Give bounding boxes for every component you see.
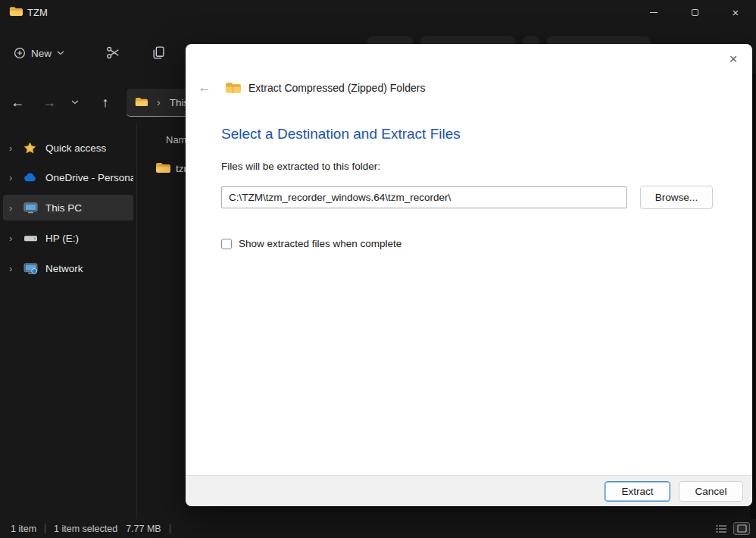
folder-icon — [9, 6, 23, 17]
sidebar-item-label: Quick access — [45, 142, 106, 154]
copy-button[interactable] — [152, 45, 166, 60]
dialog-footer: Extract Cancel — [186, 475, 752, 506]
arrow-up-icon: ↑ — [102, 95, 109, 111]
dialog-title: Extract Compressed (Zipped) Folders — [248, 82, 425, 94]
maximize-icon — [692, 9, 698, 16]
expander-chevron-icon[interactable]: › — [9, 172, 18, 183]
details-view-button[interactable] — [713, 522, 729, 535]
zipped-folder-icon — [225, 82, 241, 95]
star-icon — [23, 142, 38, 155]
large-icons-view-button[interactable] — [733, 522, 750, 535]
expander-chevron-icon[interactable]: › — [9, 202, 18, 214]
destination-path-input[interactable] — [221, 186, 627, 208]
minimize-icon — [650, 12, 658, 13]
forward-button[interactable]: → — [38, 91, 61, 114]
browse-button[interactable]: Browse... — [640, 186, 713, 209]
expander-chevron-icon[interactable]: › — [9, 142, 18, 154]
sidebar-item-this-pc[interactable]: › This PC — [3, 195, 133, 221]
arrow-right-icon: → — [42, 95, 56, 111]
sidebar-item-label: HP (E:) — [45, 233, 79, 244]
status-item-count: 1 item — [11, 524, 36, 534]
details-view-icon — [716, 524, 727, 533]
sidebar-item-label: Network — [45, 263, 83, 274]
dialog-header: ← Extract Compressed (Zipped) Folders — [186, 77, 752, 99]
status-divider — [170, 524, 170, 533]
new-button[interactable]: New — [14, 42, 64, 64]
sidebar-item-onedrive[interactable]: › OneDrive - Personal — [3, 164, 133, 190]
chevron-down-icon — [57, 51, 64, 55]
close-icon: × — [733, 7, 739, 18]
expander-chevron-icon[interactable]: › — [9, 263, 18, 274]
sidebar-item-hp-drive[interactable]: › HP (E:) — [3, 225, 133, 251]
title-bar: TZM × — [0, 0, 756, 25]
scissors-icon — [106, 45, 120, 60]
circle-plus-icon — [14, 47, 26, 59]
window-title: TZM — [27, 7, 48, 18]
copy-icon — [152, 45, 166, 60]
large-icons-view-icon — [737, 524, 747, 533]
sidebar-divider — [136, 123, 137, 519]
destination-label: Files will be extracted to this folder: — [221, 161, 380, 172]
cancel-button[interactable]: Cancel — [679, 481, 743, 502]
drive-icon — [23, 233, 38, 244]
dialog-back-button[interactable]: ← — [196, 80, 213, 95]
close-button[interactable]: × — [715, 0, 756, 25]
folder-icon — [155, 162, 170, 174]
extract-dialog: × ← Extract Compressed (Zipped) Folders … — [186, 44, 752, 506]
maximize-button[interactable] — [674, 0, 715, 25]
sidebar-item-quick-access[interactable]: › Quick access — [3, 135, 133, 161]
up-button[interactable]: ↑ — [94, 91, 117, 114]
dialog-close-button[interactable]: × — [723, 49, 743, 69]
chevron-down-icon — [71, 100, 79, 105]
sidebar-item-label: OneDrive - Personal — [45, 172, 133, 183]
cut-button[interactable] — [106, 45, 120, 60]
this-pc-icon — [23, 202, 38, 214]
close-icon: × — [729, 51, 737, 67]
sidebar-item-network[interactable]: › Network — [3, 255, 133, 281]
minimize-button[interactable] — [633, 0, 674, 25]
status-divider — [45, 524, 45, 533]
dialog-heading: Select a Destination and Extract Files — [221, 126, 461, 142]
arrow-left-icon: ← — [11, 95, 24, 111]
status-bar: 1 item 1 item selected 7.77 MB — [0, 519, 756, 538]
expander-chevron-icon[interactable]: › — [9, 233, 18, 244]
extract-button[interactable]: Extract — [604, 481, 670, 502]
sidebar-item-label: This PC — [45, 202, 82, 214]
network-icon — [23, 263, 38, 274]
breadcrumb-separator: › — [157, 96, 161, 108]
show-extracted-row: Show extracted files when complete — [221, 238, 401, 249]
onedrive-cloud-icon — [23, 172, 38, 183]
explorer-window: TZM × New ← → — [0, 0, 756, 538]
recent-locations-button[interactable] — [67, 91, 83, 114]
status-selection: 1 item selected — [54, 524, 117, 534]
checkbox-label: Show extracted files when complete — [239, 238, 401, 249]
new-button-label: New — [31, 48, 52, 59]
back-button[interactable]: ← — [6, 91, 29, 114]
show-extracted-checkbox[interactable] — [221, 239, 232, 249]
folder-icon — [135, 97, 148, 108]
status-selection-size: 7.77 MB — [126, 524, 161, 534]
